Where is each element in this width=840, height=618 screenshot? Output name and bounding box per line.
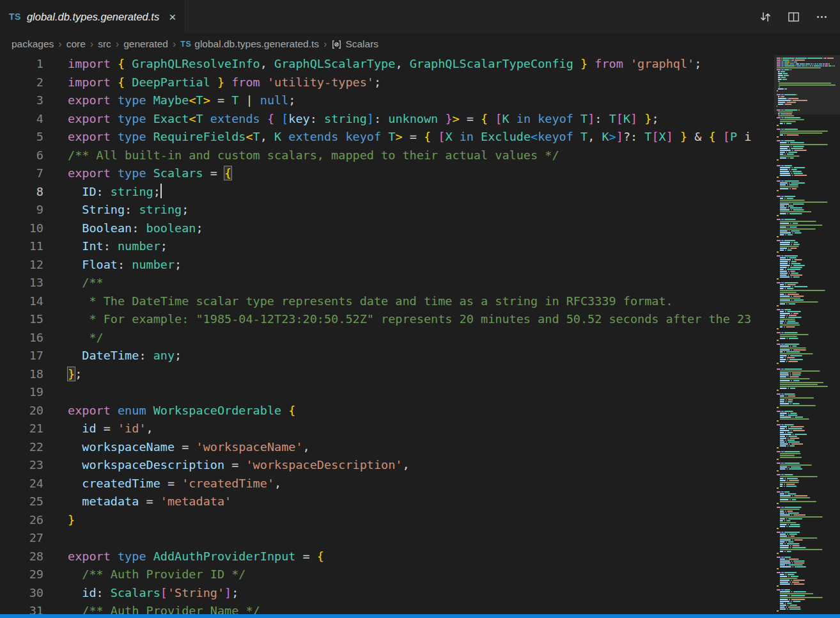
- code-line-3[interactable]: 3export type Maybe<T> = T | null;: [0, 91, 774, 110]
- tab-global-db-types-generated-ts[interactable]: TS global.db.types.generated.ts ×: [0, 0, 185, 33]
- line-number[interactable]: 30: [0, 584, 43, 603]
- line-number[interactable]: 13: [0, 274, 43, 292]
- code-line-5[interactable]: 5export type RequireFields<T, K extends …: [0, 128, 774, 147]
- code-line-21[interactable]: 21 id = 'id',: [0, 420, 774, 438]
- line-content: workspaceDescription = 'workspaceDescrip…: [68, 456, 410, 475]
- minimap-slider[interactable]: [774, 55, 840, 115]
- code-line-8[interactable]: 8 ID: string;: [0, 183, 774, 202]
- line-number[interactable]: 14: [0, 292, 43, 311]
- line-content: /**: [68, 274, 104, 292]
- code-line-25[interactable]: 25 metadata = 'metadata': [0, 493, 774, 511]
- line-content: */: [68, 329, 104, 347]
- code-line-24[interactable]: 24 createdTime = 'createdTime',: [0, 475, 774, 493]
- tab-bar: TS global.db.types.generated.ts ×: [0, 0, 840, 33]
- line-number[interactable]: 26: [0, 511, 43, 530]
- chevron-right-icon: ›: [89, 38, 94, 50]
- code-line-28[interactable]: 28export type AddAuthProviderInput = {: [0, 548, 774, 566]
- code-editor[interactable]: 1import { GraphQLResolveInfo, GraphQLSca…: [0, 55, 774, 618]
- more-actions-icon[interactable]: [812, 7, 831, 26]
- code-line-1[interactable]: 1import { GraphQLResolveInfo, GraphQLSca…: [0, 55, 774, 74]
- line-content: export type Scalars = {: [68, 164, 231, 183]
- code-line-18[interactable]: 18};: [0, 365, 774, 384]
- line-content: /** All built-in and custom scalars, map…: [68, 147, 559, 165]
- breadcrumb-item-generated[interactable]: generated: [123, 38, 168, 50]
- code-line-6[interactable]: 6/** All built-in and custom scalars, ma…: [0, 147, 774, 165]
- line-number[interactable]: 24: [0, 475, 43, 493]
- line-number[interactable]: 27: [0, 529, 43, 548]
- line-content: metadata = 'metadata': [68, 493, 231, 511]
- line-content: export type Exact<T extends { [key: stri…: [68, 110, 659, 129]
- line-number[interactable]: 28: [0, 548, 43, 566]
- line-number[interactable]: 11: [0, 237, 43, 256]
- code-line-7[interactable]: 7export type Scalars = {: [0, 164, 774, 183]
- line-number[interactable]: 29: [0, 566, 43, 584]
- line-number[interactable]: 20: [0, 402, 43, 420]
- breadcrumb: packages›core›src›generated›TSglobal.db.…: [0, 33, 774, 55]
- line-number[interactable]: 16: [0, 329, 43, 347]
- code-line-9[interactable]: 9 String: string;: [0, 201, 774, 219]
- line-content: export type RequireFields<T, K extends k…: [68, 128, 751, 147]
- line-number[interactable]: 21: [0, 420, 43, 438]
- line-number[interactable]: 18: [0, 365, 43, 384]
- code-line-13[interactable]: 13 /**: [0, 274, 774, 292]
- line-number[interactable]: 17: [0, 347, 43, 365]
- line-number[interactable]: 12: [0, 256, 43, 274]
- close-icon[interactable]: ×: [169, 11, 176, 23]
- line-number[interactable]: 2: [0, 74, 43, 92]
- line-number[interactable]: 1: [0, 55, 43, 74]
- code-line-29[interactable]: 29 /** Auth Provider ID */: [0, 566, 774, 584]
- line-number[interactable]: 8: [0, 183, 43, 202]
- line-content: Int: number;: [68, 237, 167, 256]
- line-number[interactable]: 10: [0, 219, 43, 238]
- line-content: ID: string;: [68, 183, 162, 202]
- line-content: * The DateTime scalar type represents da…: [68, 292, 673, 311]
- code-line-15[interactable]: 15 * For example: "1985-04-12T23:20:50.5…: [0, 310, 774, 329]
- breadcrumb-item-src[interactable]: src: [98, 38, 111, 50]
- code-line-10[interactable]: 10 Boolean: boolean;: [0, 219, 774, 238]
- line-number[interactable]: 19: [0, 383, 43, 402]
- code-line-23[interactable]: 23 workspaceDescription = 'workspaceDesc…: [0, 456, 774, 475]
- line-number[interactable]: 5: [0, 128, 43, 147]
- line-number[interactable]: 4: [0, 110, 43, 129]
- code-line-16[interactable]: 16 */: [0, 329, 774, 347]
- line-content: export enum WorkspaceOrderable {: [68, 402, 295, 420]
- open-changes-icon[interactable]: [756, 7, 775, 26]
- breadcrumb-item-core[interactable]: core: [66, 38, 86, 50]
- code-line-2[interactable]: 2import { DeepPartial } from 'utility-ty…: [0, 74, 774, 92]
- line-number[interactable]: 23: [0, 456, 43, 475]
- line-number[interactable]: 25: [0, 493, 43, 511]
- breadcrumb-symbol-scalars[interactable]: Scalars: [331, 38, 378, 50]
- line-number[interactable]: 3: [0, 91, 43, 110]
- minimap-canvas[interactable]: [774, 55, 840, 614]
- code-line-20[interactable]: 20export enum WorkspaceOrderable {: [0, 402, 774, 420]
- breadcrumb-file-label: global.db.types.generated.ts: [194, 38, 319, 50]
- line-number[interactable]: 9: [0, 201, 43, 219]
- line-number[interactable]: 7: [0, 164, 43, 183]
- line-content: }: [68, 511, 75, 530]
- line-content: * For example: "1985-04-12T23:20:50.52Z"…: [68, 310, 751, 329]
- code-line-26[interactable]: 26}: [0, 511, 774, 530]
- typescript-file-icon: TS: [180, 40, 191, 49]
- breadcrumb-item-packages[interactable]: packages: [12, 38, 54, 50]
- minimap[interactable]: [774, 55, 840, 614]
- code-line-22[interactable]: 22 workspaceName = 'workspaceName',: [0, 438, 774, 457]
- code-line-30[interactable]: 30 id: Scalars['String'];: [0, 584, 774, 603]
- split-editor-icon[interactable]: [784, 7, 803, 26]
- tab-label: global.db.types.generated.ts: [27, 11, 159, 23]
- line-number[interactable]: 15: [0, 310, 43, 329]
- line-content: Float: number;: [68, 256, 182, 274]
- breadcrumb-item-file[interactable]: TSglobal.db.types.generated.ts: [180, 38, 319, 50]
- code-line-17[interactable]: 17 DateTime: any;: [0, 347, 774, 365]
- code-line-12[interactable]: 12 Float: number;: [0, 256, 774, 274]
- code-line-27[interactable]: 27: [0, 529, 774, 548]
- line-number[interactable]: 6: [0, 147, 43, 165]
- code-line-4[interactable]: 4export type Exact<T extends { [key: str…: [0, 110, 774, 129]
- symbol-type-icon: [331, 39, 342, 50]
- code-line-11[interactable]: 11 Int: number;: [0, 237, 774, 256]
- breadcrumb-path: packages›core›src›generated›TSglobal.db.…: [12, 38, 327, 50]
- line-content: id: Scalars['String'];: [68, 584, 238, 603]
- line-number[interactable]: 22: [0, 438, 43, 457]
- chevron-right-icon: ›: [58, 38, 62, 50]
- code-line-19[interactable]: 19: [0, 383, 774, 402]
- code-line-14[interactable]: 14 * The DateTime scalar type represents…: [0, 292, 774, 311]
